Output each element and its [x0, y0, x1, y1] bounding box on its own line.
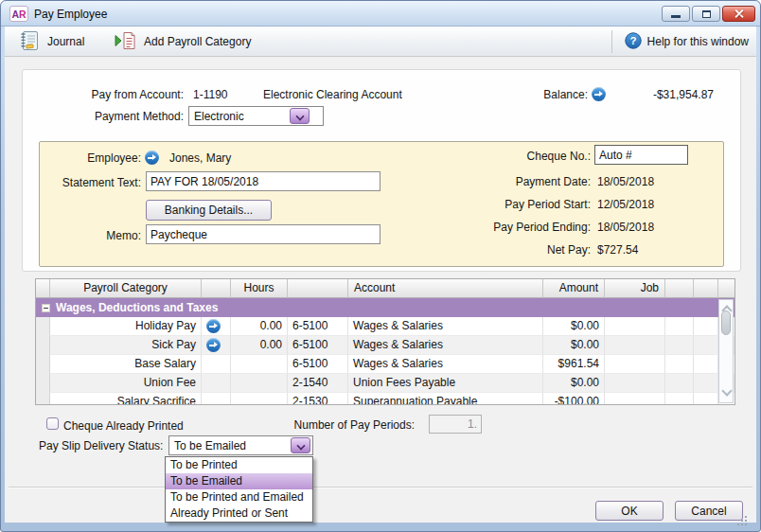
cheque-no-label: Cheque No.: — [465, 150, 591, 164]
payroll-table: Payroll Category Hours Account Amount Jo… — [35, 278, 735, 405]
account-name-value: Electronic Clearing Account — [263, 88, 402, 102]
table-header-row: Payroll Category Hours Account Amount Jo… — [36, 279, 734, 298]
cell-account-name: Wages & Salaries — [348, 355, 543, 374]
header-scrollbar-col — [718, 279, 734, 298]
cell-amount: $0.00 — [543, 317, 605, 336]
payment-date-label: Payment Date: — [465, 175, 591, 189]
cell-amount: $961.54 — [543, 355, 605, 374]
banking-details-button[interactable]: Banking Details... — [146, 200, 272, 221]
scrollbar-thumb[interactable] — [721, 310, 731, 335]
employee-label: Employee: — [56, 151, 141, 166]
detail-arrow-icon[interactable] — [206, 338, 221, 352]
header-amount[interactable]: Amount — [543, 279, 605, 298]
pay-period-ending-value: 18/05/2018 — [597, 221, 654, 235]
cell-hours — [231, 355, 288, 374]
journal-button[interactable]: Journal — [12, 29, 90, 54]
cell-job — [605, 317, 665, 336]
table-row[interactable]: Union Fee 2-1540 Union Fees Payable $0.0… — [36, 374, 734, 393]
balance-label: Balance: — [512, 88, 588, 102]
add-payroll-category-button[interactable]: Add Payroll Category — [107, 29, 257, 54]
pay-period-start-label: Pay Period Start: — [465, 198, 591, 212]
cell-category: Holiday Pay — [50, 317, 202, 336]
cell-job — [605, 393, 665, 405]
num-pay-periods-label: Number of Pay Periods: — [273, 418, 415, 433]
resize-grip[interactable] — [736, 515, 749, 527]
help-button[interactable]: ? Help for this window — [611, 29, 749, 54]
ok-button[interactable]: OK — [595, 501, 664, 521]
cell-account-no: 2-1530 — [288, 393, 348, 405]
footer-divider — [9, 487, 752, 488]
group-header-row[interactable]: Wages, Deductions and Taxes — [36, 298, 734, 317]
cheque-no-input[interactable] — [594, 145, 688, 165]
header-account-no — [288, 279, 348, 298]
header-account[interactable]: Account — [348, 279, 543, 298]
cell-job — [605, 355, 665, 374]
detail-arrow-icon[interactable] — [206, 319, 221, 333]
cell-hours — [231, 393, 288, 405]
help-icon: ? — [625, 32, 642, 52]
employee-detail-arrow-icon[interactable] — [145, 151, 159, 165]
header-extra-2 — [694, 279, 718, 298]
pay-slip-delivery-dropdown-button[interactable] — [291, 437, 310, 453]
cell-account-name: Wages & Salaries — [348, 336, 543, 355]
dropdown-option[interactable]: Already Printed or Sent — [166, 505, 312, 522]
table-row[interactable]: Holiday Pay 0.00 6-5100 Wages & Salaries… — [36, 317, 734, 336]
memo-input[interactable] — [146, 224, 380, 244]
table-row[interactable]: Sick Pay 0.00 6-5100 Wages & Salaries $0… — [36, 336, 734, 355]
pay-employee-window: AR Pay Employee Journal — [0, 0, 761, 532]
dropdown-option[interactable]: To be Printed and Emailed — [166, 489, 312, 505]
header-arrow-col — [202, 279, 231, 298]
group-header-label: Wages, Deductions and Taxes — [56, 301, 218, 314]
cell-hours: 0.00 — [231, 317, 288, 336]
chevron-down-icon — [297, 442, 304, 449]
cell-account-no: 6-5100 — [288, 336, 348, 355]
cell-hours — [231, 374, 288, 393]
memo-label: Memo: — [44, 229, 141, 243]
scroll-down-icon[interactable] — [723, 387, 730, 394]
title-bar: AR Pay Employee — [1, 1, 760, 27]
balance-value: -$31,954.87 — [616, 88, 714, 102]
cell-category: Base Salary — [50, 355, 202, 374]
minimize-icon — [671, 15, 681, 18]
cell-account-name: Superannuation Payable — [348, 393, 543, 405]
pay-slip-delivery-label: Pay Slip Delivery Status: — [39, 439, 163, 453]
cell-category: Salary Sacrifice — [50, 393, 202, 405]
statement-text-input[interactable] — [146, 171, 380, 191]
add-payroll-category-label: Add Payroll Category — [144, 35, 251, 48]
table-scrollbar[interactable] — [718, 299, 734, 403]
pay-slip-delivery-select[interactable]: To be Emailed — [168, 435, 313, 455]
collapse-icon[interactable] — [42, 304, 50, 312]
cell-amount: $0.00 — [543, 336, 605, 355]
header-hours[interactable]: Hours — [231, 279, 288, 298]
cell-account-name: Wages & Salaries — [348, 317, 543, 336]
cell-amount: -$100.00 — [543, 393, 605, 405]
cell-account-no: 6-5100 — [288, 355, 348, 374]
net-pay-value: $727.54 — [597, 243, 638, 257]
header-job[interactable]: Job — [605, 279, 665, 298]
payment-method-select[interactable]: Electronic — [188, 106, 324, 126]
cell-amount: $0.00 — [543, 374, 605, 393]
header-payroll-category[interactable]: Payroll Category — [50, 279, 202, 298]
window-title: Pay Employee — [34, 8, 107, 21]
header-extra-1 — [665, 279, 694, 298]
payment-method-dropdown-button[interactable] — [290, 108, 310, 124]
table-row[interactable]: Base Salary 6-5100 Wages & Salaries $961… — [36, 355, 734, 374]
net-pay-label: Net Pay: — [465, 243, 591, 257]
dropdown-option[interactable]: To be Printed — [166, 457, 312, 473]
svg-text:AR: AR — [11, 9, 27, 20]
toolbar-separator — [611, 30, 612, 53]
table-row[interactable]: Salary Sacrifice 2-1530 Superannuation P… — [36, 393, 734, 405]
cheque-already-printed-checkbox[interactable] — [46, 417, 59, 430]
journal-label: Journal — [47, 35, 84, 48]
maximize-button[interactable] — [692, 6, 720, 22]
cancel-button[interactable]: Cancel — [675, 501, 743, 521]
minimize-button[interactable] — [662, 6, 690, 22]
close-button[interactable] — [722, 6, 755, 22]
dropdown-option-selected[interactable]: To be Emailed — [166, 473, 312, 489]
cell-job — [605, 336, 665, 355]
balance-detail-arrow-icon[interactable] — [592, 87, 606, 101]
chevron-down-icon — [296, 113, 303, 119]
maximize-icon — [702, 10, 711, 18]
toolbar: Journal Add Payroll Category — [5, 27, 756, 57]
payment-method-label: Payment Method: — [39, 110, 184, 124]
